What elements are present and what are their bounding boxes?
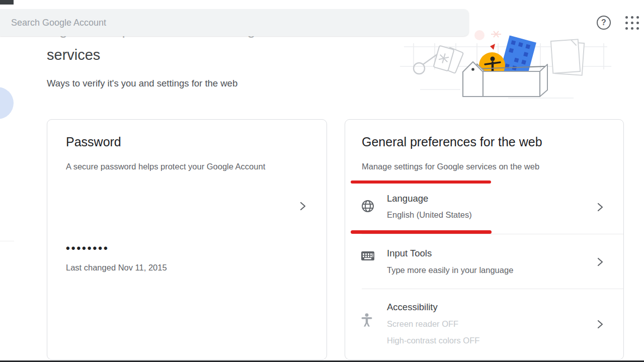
password-card-title: Password xyxy=(66,135,121,149)
row-accessibility[interactable]: Accessibility Screen reader OFF High-con… xyxy=(345,289,623,360)
prefs-card-description: Manage settings for Google services on t… xyxy=(362,162,539,171)
google-apps-grid-icon[interactable] xyxy=(625,16,639,30)
language-title: Language xyxy=(387,193,428,204)
search-bar xyxy=(0,9,469,36)
left-edge-bubble xyxy=(0,87,14,119)
accessibility-icon xyxy=(361,313,373,327)
chevron-right-icon xyxy=(597,203,603,212)
prefs-card-title: General preferences for the web xyxy=(362,135,542,149)
password-card: Password A secure password helps protect… xyxy=(47,119,327,360)
tag-icons xyxy=(434,46,464,73)
help-icon[interactable]: ? xyxy=(597,16,611,30)
row-language[interactable]: Language English (United States) xyxy=(345,189,623,234)
accessibility-title: Accessibility xyxy=(387,302,438,313)
toolbox-illustration xyxy=(400,29,611,108)
keyboard-icon xyxy=(361,250,375,261)
chevron-right-icon xyxy=(597,320,603,329)
page-title: services xyxy=(47,47,100,63)
accessibility-high-contrast-status: High-contrast colors OFF xyxy=(387,336,479,345)
general-preferences-card: General preferences for the web Manage s… xyxy=(345,119,624,360)
red-marker xyxy=(490,44,495,50)
red-underline-annotation xyxy=(351,230,492,234)
password-mask: •••••••• xyxy=(66,242,109,255)
language-value: English (United States) xyxy=(387,210,472,220)
accessibility-screen-reader-status: Screen reader OFF xyxy=(387,319,458,329)
chevron-right-icon xyxy=(300,202,306,211)
password-row[interactable]: •••••••• Last changed Nov 11, 2015 xyxy=(47,177,327,233)
password-card-description: A secure password helps protect your Goo… xyxy=(66,162,265,171)
pink-sketch-marks xyxy=(474,30,501,40)
password-last-changed: Last changed Nov 11, 2015 xyxy=(66,263,167,273)
input-tools-title: Input Tools xyxy=(387,248,432,259)
chevron-right-icon xyxy=(597,257,603,266)
globe-icon xyxy=(361,199,375,213)
search-input[interactable] xyxy=(11,18,444,28)
window-corner-notch xyxy=(0,0,14,5)
papers-icon xyxy=(551,39,584,75)
page-subtitle: Ways to verify it's you and settings for… xyxy=(47,78,237,89)
input-tools-subtitle: Type more easily in your language xyxy=(387,265,513,275)
red-underline-annotation xyxy=(351,180,491,184)
row-input-tools[interactable]: Input Tools Type more easily in your lan… xyxy=(345,234,623,289)
left-edge-line xyxy=(0,241,14,241)
